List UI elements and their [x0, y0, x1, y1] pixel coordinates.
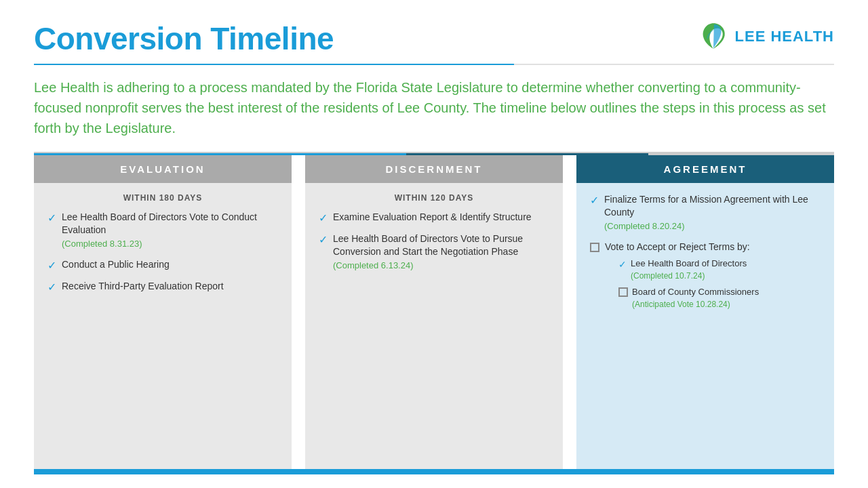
eval-item-3: ✓ Receive Third-Party Evaluation Report — [47, 280, 278, 293]
evaluation-body: WITHIN 180 DAYS ✓ Lee Health Board of Di… — [34, 183, 292, 470]
page-title: Conversion Timeline — [34, 20, 334, 57]
agree-item-2: Vote to Accept or Reject Terms by: ✓ Lee… — [590, 241, 821, 314]
evaluation-column: EVALUATION WITHIN 180 DAYS ✓ Lee Health … — [34, 155, 292, 470]
discernment-body: WITHIN 120 DAYS ✓ Examine Evaluation Rep… — [305, 183, 563, 470]
agree-item-2-text: Vote to Accept or Reject Terms by: ✓ Lee… — [605, 241, 759, 314]
bottom-bar — [34, 469, 834, 474]
intro-paragraph: Lee Health is adhering to a process mand… — [34, 77, 834, 138]
logo-container: LEE HEALTH — [697, 20, 834, 53]
disc-item-1: ✓ Examine Evaluation Report & Identify S… — [319, 211, 549, 224]
disc-item-2: ✓ Lee Health Board of Directors Vote to … — [319, 232, 549, 272]
eval-item-1-text: Lee Health Board of Directors Vote to Co… — [62, 211, 278, 251]
lee-health-logo-icon — [697, 20, 730, 53]
eval-item-3-text: Receive Third-Party Evaluation Report — [62, 280, 224, 293]
check-icon-sub-2-empty — [618, 287, 628, 297]
page: Conversion Timeline LEE HEALTH Lee Healt… — [0, 0, 868, 488]
check-icon-sub-1: ✓ — [618, 258, 627, 272]
check-icon-agree-2-empty — [590, 243, 599, 252]
header-divider — [34, 64, 834, 65]
sub-item-1: ✓ Lee Health Board of Directors (Complet… — [618, 258, 759, 282]
sub-list: ✓ Lee Health Board of Directors (Complet… — [618, 258, 759, 311]
agree-item-1: ✓ Finalize Terms for a Mission Agreement… — [590, 193, 821, 233]
sub-item-2: Board of County Commissioners (Anticipat… — [618, 286, 759, 310]
check-icon-disc-2: ✓ — [319, 233, 328, 246]
eval-item-2-text: Conduct a Public Hearing — [62, 258, 170, 272]
logo-text: LEE HEALTH — [735, 28, 834, 45]
header: Conversion Timeline LEE HEALTH — [34, 20, 834, 57]
sub-item-1-text: Lee Health Board of Directors (Completed… — [631, 258, 747, 282]
eval-item-2: ✓ Conduct a Public Hearing — [47, 258, 278, 272]
evaluation-within-label: WITHIN 180 DAYS — [47, 193, 278, 203]
agreement-header: AGREEMENT — [576, 155, 834, 183]
agree-item-1-text: Finalize Terms for a Mission Agreement w… — [604, 193, 821, 233]
agreement-body: ✓ Finalize Terms for a Mission Agreement… — [576, 183, 834, 470]
check-icon-eval-1: ✓ — [47, 211, 56, 224]
disc-item-1-text: Examine Evaluation Report & Identify Str… — [333, 211, 532, 224]
phases-container: EVALUATION WITHIN 180 DAYS ✓ Lee Health … — [34, 155, 834, 470]
check-icon-eval-3: ✓ — [47, 281, 56, 293]
discernment-header: DISCERNMENT — [305, 155, 563, 183]
evaluation-header: EVALUATION — [34, 155, 292, 183]
check-icon-agree-1: ✓ — [590, 194, 599, 207]
check-icon-eval-2: ✓ — [47, 259, 56, 272]
discernment-column: DISCERNMENT WITHIN 120 DAYS ✓ Examine Ev… — [305, 155, 563, 470]
disc-item-2-text: Lee Health Board of Directors Vote to Pu… — [333, 232, 549, 272]
eval-item-1: ✓ Lee Health Board of Directors Vote to … — [47, 211, 278, 251]
discernment-within-label: WITHIN 120 DAYS — [319, 193, 549, 203]
agreement-column: AGREEMENT ✓ Finalize Terms for a Mission… — [576, 155, 834, 470]
check-icon-disc-1: ✓ — [319, 211, 328, 224]
sub-item-2-text: Board of County Commissioners (Anticipat… — [632, 286, 759, 310]
